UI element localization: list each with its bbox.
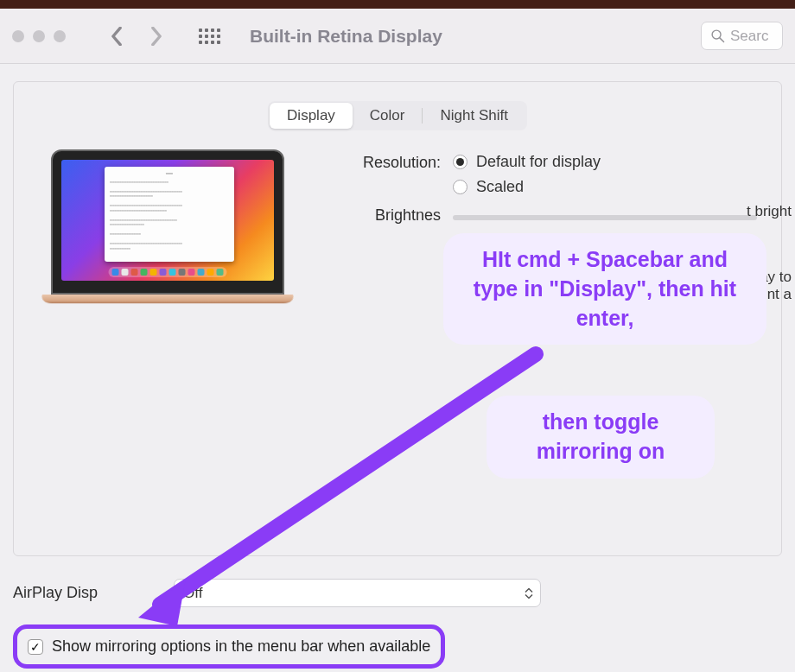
close-window-button[interactable] xyxy=(12,30,24,42)
zoom-window-button[interactable] xyxy=(54,30,66,42)
show-mirroring-checkbox-row: ✓ Show mirroring options in the menu bar… xyxy=(13,624,445,669)
brightness-row: Brightnes xyxy=(332,206,757,225)
tab-night-shift[interactable]: Night Shift xyxy=(423,103,525,129)
preview-document: ━━━━ ━━━━━━━━━━━━━━━━━━━━━━━━━━━━━━━━━━ … xyxy=(105,167,234,262)
show-all-icon[interactable] xyxy=(199,29,220,44)
airplay-display-row: AirPlay Disp Off xyxy=(13,579,782,607)
display-preview: ━━━━ ━━━━━━━━━━━━━━━━━━━━━━━━━━━━━━━━━━ … xyxy=(38,149,297,307)
annotation-callout-2: then toggle mirroring on xyxy=(488,397,713,477)
resolution-scaled-text: Scaled xyxy=(476,178,524,196)
tab-color[interactable]: Color xyxy=(353,103,423,129)
preview-dock xyxy=(109,267,227,277)
resolution-label: Resolution: xyxy=(332,153,453,172)
show-mirroring-checkbox[interactable]: ✓ xyxy=(28,639,43,655)
window-controls xyxy=(12,30,66,42)
search-icon xyxy=(710,29,725,43)
search-placeholder: Searc xyxy=(730,28,768,45)
nav-arrows xyxy=(109,29,164,44)
chevron-right-icon xyxy=(150,27,162,46)
dropdown-chevrons-icon xyxy=(525,587,533,599)
window-top-edge xyxy=(0,0,795,9)
resolution-row: Resolution: Default for display Scaled xyxy=(332,153,757,196)
back-button[interactable] xyxy=(109,29,124,44)
airplay-display-dropdown[interactable]: Off xyxy=(174,579,541,607)
window-title: Built-in Retina Display xyxy=(250,26,442,47)
resolution-default-text: Default for display xyxy=(476,153,601,171)
minimize-window-button[interactable] xyxy=(33,30,45,42)
resolution-default-radio[interactable]: Default for display xyxy=(453,153,601,171)
radio-checked-icon xyxy=(453,155,467,169)
brightness-slider[interactable] xyxy=(453,215,757,220)
chevron-left-icon xyxy=(111,27,123,46)
tab-display[interactable]: Display xyxy=(270,103,353,129)
tab-bar: Display Color Night Shift xyxy=(29,101,766,130)
toolbar: Built-in Retina Display Searc xyxy=(0,9,795,64)
show-mirroring-label: Show mirroring options in the menu bar w… xyxy=(52,637,430,656)
search-input[interactable]: Searc xyxy=(701,22,783,50)
resolution-scaled-radio[interactable]: Scaled xyxy=(453,178,601,196)
brightness-label: Brightnes xyxy=(332,206,453,225)
auto-brightness-fragment: t bright xyxy=(747,203,792,220)
airplay-display-value: Off xyxy=(183,585,202,602)
forward-button[interactable] xyxy=(149,29,164,44)
annotation-callout-1: HIt cmd + Spacebar and type in "Display"… xyxy=(445,235,765,343)
airplay-display-label: AirPlay Disp xyxy=(13,584,160,602)
radio-unchecked-icon xyxy=(453,180,467,194)
svg-line-1 xyxy=(720,38,724,42)
